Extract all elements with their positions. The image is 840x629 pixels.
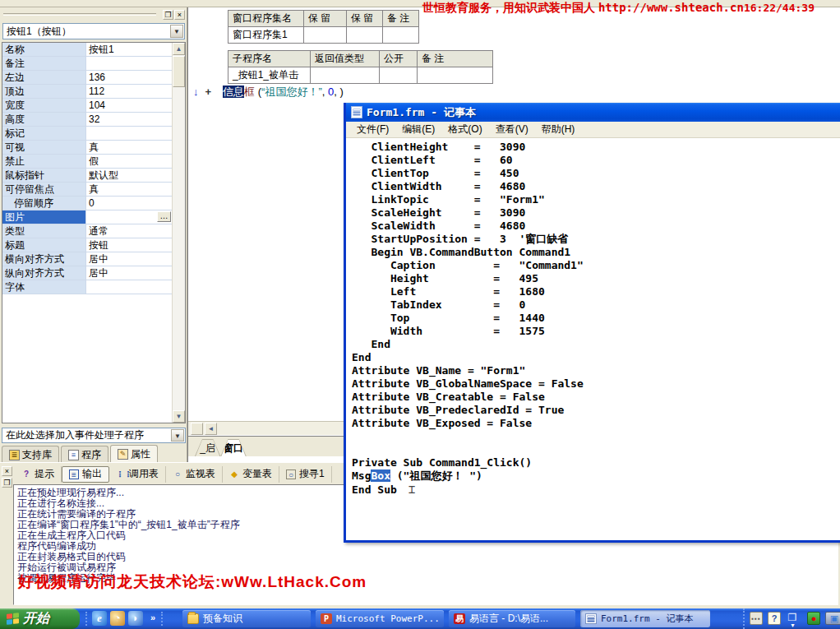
property-value[interactable]: 默认型	[86, 169, 172, 182]
property-value[interactable]: 112	[86, 85, 172, 98]
taskbar-item-notepad[interactable]: Form1.frm - 记事本	[580, 610, 710, 627]
property-value[interactable]	[86, 57, 172, 70]
property-value[interactable]: 真	[86, 141, 172, 154]
output-tabbar: ?提示 ≡输出 ⋮⋮调用表 ○监视表 ◆变量表 ○搜寻1	[15, 465, 332, 483]
event-handler-combobox[interactable]: 在此处选择加入事件处理子程序 ▼	[2, 428, 186, 443]
panel-close-icon[interactable]: ×	[174, 10, 185, 20]
property-value[interactable]: 居中	[86, 252, 172, 266]
column-header[interactable]: 公开	[380, 51, 418, 67]
cell[interactable]	[380, 67, 418, 84]
monitor-icon[interactable]: ▣	[825, 612, 840, 625]
cell[interactable]	[304, 27, 347, 44]
object-selector-combobox[interactable]: 按钮1（按钮） ▼	[2, 23, 185, 39]
property-value[interactable]: 0	[86, 197, 172, 210]
scrollbar-thumb[interactable]	[173, 56, 185, 87]
recorder-icon[interactable]: ●	[807, 612, 820, 625]
scroll-down-icon[interactable]: ▼	[173, 410, 185, 423]
arrow-down-icon: ▼	[790, 619, 796, 629]
start-button[interactable]: 开始	[0, 608, 80, 629]
taskband-handle[interactable]	[161, 612, 164, 626]
menu-edit[interactable]: 编辑(E)	[396, 122, 441, 137]
column-header[interactable]: 备 注	[383, 11, 419, 27]
column-header[interactable]: 保 留	[304, 11, 347, 27]
help-icon[interactable]: ?	[768, 612, 781, 625]
property-value[interactable]: 136	[86, 71, 172, 84]
code-statement-line[interactable]: ↓+信息框 (“祖国您好！”, 0, )	[193, 85, 344, 99]
column-header[interactable]: 子程序名	[228, 51, 311, 67]
tab-support-library[interactable]: ≣支持库	[2, 446, 59, 464]
panel-restore-icon[interactable]: ❐	[163, 10, 173, 20]
panel-close-icon[interactable]: ×	[2, 466, 12, 476]
property-value[interactable]: 通常	[86, 224, 172, 238]
property-value[interactable]: 按钮1	[86, 43, 172, 56]
cell[interactable]	[347, 27, 383, 44]
messenger-icon[interactable]: ◗	[128, 611, 143, 626]
tab-startup-window[interactable]: _启动窗口	[195, 439, 220, 456]
object-selector-value: 按钮1（按钮）	[7, 25, 72, 37]
quicklaunch-handle[interactable]	[85, 612, 88, 626]
tab-properties[interactable]: ✎属性	[110, 445, 158, 463]
taskbar-item-elang[interactable]: 易 易语言 - D:\易语...	[449, 610, 575, 627]
property-value[interactable]: 104	[86, 99, 172, 112]
program-icon: ≡	[68, 450, 79, 460]
menu-help[interactable]: 帮助(H)	[536, 122, 581, 137]
tab-output[interactable]: ≡输出	[62, 466, 109, 483]
panel-header[interactable]: ❐ ×	[0, 8, 187, 21]
property-value[interactable]: 32	[86, 113, 172, 126]
taskbar-item-folder[interactable]: 预备知识	[182, 610, 311, 627]
notepad-text-area[interactable]: ClientHeight = 3090 ClientLeft = 60 Clie…	[346, 138, 840, 540]
column-header[interactable]: 窗口程序集名	[228, 11, 304, 27]
notepad-window[interactable]: Form1.frm - 记事本 文件(F) 编辑(E) 格式(O) 查看(V) …	[344, 103, 840, 543]
notepad-titlebar[interactable]: Form1.frm - 记事本	[346, 103, 840, 122]
scroll-left-icon[interactable]: ◄	[205, 423, 217, 435]
property-value[interactable]: 假	[86, 155, 172, 168]
tab-window-assembly[interactable]: 窗口程序集1	[220, 439, 246, 456]
tab-variable-table[interactable]: ◆变量表	[223, 466, 279, 483]
column-header[interactable]: 备 注	[418, 51, 493, 67]
panel-restore-icon[interactable]: ❐	[2, 478, 12, 488]
subroutine-name-cell[interactable]: _按钮1_被单击	[228, 67, 311, 84]
property-label: 左边	[2, 71, 86, 84]
ellipsis-button[interactable]: …	[157, 211, 171, 222]
property-value[interactable]: …	[86, 210, 172, 224]
property-value[interactable]	[86, 280, 172, 294]
assembly-name-cell[interactable]: 窗口程序集1	[228, 27, 304, 44]
browser-icon[interactable]: ◔	[110, 611, 125, 626]
cell[interactable]	[311, 67, 380, 84]
menu-file[interactable]: 文件(F)	[351, 122, 395, 137]
column-header[interactable]: 保 留	[347, 11, 383, 27]
keyword-text: 框	[244, 86, 255, 98]
cell[interactable]	[418, 67, 493, 84]
window-switch-icon[interactable]: ❐▼	[786, 612, 799, 625]
ie-icon[interactable]: e	[92, 611, 107, 626]
scrollbar-box[interactable]	[191, 423, 203, 435]
code-line: Private Sub Command1_Click()	[352, 456, 840, 469]
keyboard-icon[interactable]: ▪▪▪	[750, 612, 763, 625]
text-cursor-icon: ⌶	[408, 483, 415, 496]
panel-grab-handle[interactable]	[3, 13, 156, 16]
chevron-down-icon[interactable]: ▼	[171, 429, 184, 442]
chevron-down-icon[interactable]: ▼	[170, 25, 183, 38]
property-value[interactable]: 居中	[86, 266, 172, 280]
property-scrollbar[interactable]: ▲ ▼	[172, 43, 185, 423]
property-label: 类型	[2, 224, 86, 238]
property-value[interactable]: 按钮	[86, 238, 172, 252]
tab-hint[interactable]: ?提示	[15, 466, 62, 483]
tab-watch-table[interactable]: ○监视表	[166, 466, 223, 483]
column-header[interactable]: 返回值类型	[311, 51, 380, 67]
menu-view[interactable]: 查看(V)	[490, 122, 534, 137]
tab-call-table[interactable]: ⋮⋮调用表	[109, 466, 166, 483]
cell[interactable]	[383, 27, 419, 44]
property-value[interactable]	[86, 127, 172, 140]
powerpoint-icon: P	[321, 613, 332, 624]
tab-program[interactable]: ≡程序	[61, 446, 108, 464]
menu-format[interactable]: 格式(O)	[442, 122, 487, 137]
call-table-icon: ⋮⋮	[116, 469, 126, 479]
selected-text: Box	[371, 469, 390, 482]
taskbar-item-powerpoint[interactable]: P Microsoft PowerP...	[316, 610, 444, 627]
hint-icon: ?	[21, 469, 31, 479]
property-value[interactable]: 真	[86, 183, 172, 196]
chevron-more-icon[interactable]: »	[148, 611, 158, 626]
tab-search1[interactable]: ○搜寻1	[279, 466, 332, 483]
scroll-up-icon[interactable]: ▲	[173, 43, 185, 55]
